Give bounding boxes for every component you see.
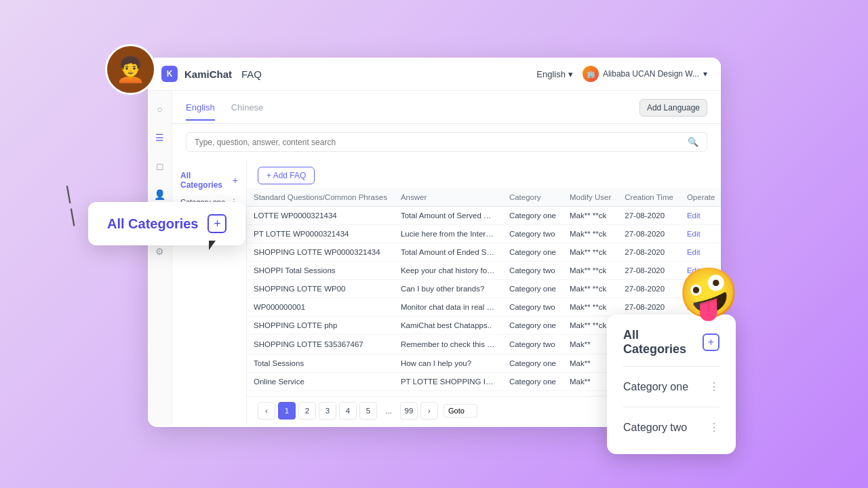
- cell-user-3: Mak** **ck: [563, 262, 618, 280]
- page-4-button[interactable]: 4: [339, 402, 357, 420]
- header-right: English ▾ 🏢 Alibaba UCAN Design W... ▾: [536, 66, 707, 82]
- popup-right-cat2-dots[interactable]: ⋮: [709, 421, 719, 434]
- page-2-button[interactable]: 2: [298, 402, 316, 420]
- table-row: WP000000001 Monitor chat data in real ti…: [247, 298, 721, 317]
- cell-op-1[interactable]: Edit: [680, 225, 721, 243]
- popup-left-plus-button[interactable]: +: [208, 214, 226, 233]
- popup-right-divider2: [623, 407, 719, 407]
- cursor: [209, 241, 225, 257]
- cell-date-0: 27-08-2020: [618, 207, 680, 225]
- cell-category-7: Category two: [502, 335, 563, 354]
- cell-answer-4: Can I buy other brands?: [394, 280, 502, 298]
- col-user: Modify User: [563, 188, 618, 207]
- table-row: PT LOTTE WP0000321434 Lucie here from th…: [247, 225, 721, 243]
- popup-right-cat1-label: Category one: [623, 381, 688, 393]
- sidebar-icon-users[interactable]: 👤: [153, 187, 167, 202]
- cell-user-5: Mak** **ck: [563, 298, 618, 317]
- sidebar: ○ ☰ ◻ 👤 📊 ⚙: [148, 91, 172, 425]
- cell-answer-6: KamiChat best Chatapps..: [394, 317, 502, 335]
- table-row: LOTTE WP0000321434 Total Amount of Serve…: [247, 207, 721, 225]
- emoji-face-decoration: 🤪: [678, 264, 739, 322]
- cell-answer-0: Total Amount of Served Customers: [394, 207, 502, 225]
- col-op: Operate: [680, 188, 721, 207]
- user-name: Alibaba UCAN Design W...: [603, 69, 699, 79]
- cell-question-8: Total Sessions: [247, 354, 394, 373]
- page-5-button[interactable]: 5: [359, 402, 377, 420]
- cat-plus-button[interactable]: +: [233, 175, 238, 186]
- table-row: SHOPPING LOTTE WP00 Can I buy other bran…: [247, 280, 721, 298]
- cell-op-2[interactable]: Edit: [680, 243, 721, 262]
- category-sidebar: All Categories + Category one ⋮ Category…: [172, 160, 247, 425]
- cell-user-1: Mak** **ck: [563, 225, 618, 243]
- language-selector[interactable]: English ▾: [536, 69, 573, 79]
- search-input[interactable]: [195, 138, 682, 147]
- col-date: Creation Time: [618, 188, 680, 207]
- cell-answer-2: Total Amount of Ended Sessions: [394, 243, 502, 262]
- page-99-button[interactable]: 99: [400, 402, 418, 420]
- col-category: Category: [502, 188, 563, 207]
- cell-answer-5: Monitor chat data in real time: [394, 298, 502, 317]
- add-faq-button[interactable]: + Add FAQ: [258, 167, 315, 184]
- tabs-bar: English Chinese Add Language: [172, 91, 721, 124]
- cell-category-5: Category two: [502, 298, 563, 317]
- cell-op-0[interactable]: Edit: [680, 207, 721, 225]
- sidebar-icon-settings[interactable]: ⚙: [153, 244, 167, 259]
- search-icon: 🔍: [688, 137, 698, 147]
- popup-right-cat2-label: Category two: [623, 422, 687, 434]
- search-bar: 🔍: [186, 132, 707, 152]
- cell-date-3: 27-08-2020: [618, 262, 680, 280]
- page-prev-button[interactable]: ‹: [258, 402, 275, 420]
- cell-user-2: Mak** **ck: [563, 243, 618, 262]
- cell-question-2: SHOPPING LOTTE WP0000321434: [247, 243, 394, 262]
- cat-header: All Categories +: [172, 167, 246, 194]
- user-badge[interactable]: 🏢 Alibaba UCAN Design W... ▾: [583, 66, 707, 82]
- cell-question-1: PT LOTTE WP0000321434: [247, 225, 394, 243]
- cell-question-3: SHOPPI Total Sessions: [247, 262, 394, 280]
- cell-category-4: Category one: [502, 280, 563, 298]
- logo-icon: K: [161, 66, 178, 82]
- cell-question-9: Online Service: [247, 373, 394, 391]
- header-left: K KamiChat FAQ: [161, 66, 262, 82]
- cell-question-5: WP000000001: [247, 298, 394, 317]
- popup-right-cat1-item[interactable]: Category one ⋮: [623, 373, 719, 400]
- cell-category-1: Category two: [502, 225, 563, 243]
- cat-header-text: All Categories: [180, 171, 233, 190]
- language-label: English: [536, 69, 566, 79]
- page-next-button[interactable]: ›: [420, 402, 438, 420]
- popup-right-cat1-dots[interactable]: ⋮: [709, 380, 719, 393]
- goto-input[interactable]: [443, 404, 477, 418]
- table-row: SHOPPING LOTTE WP0000321434 Total Amount…: [247, 243, 721, 262]
- sidebar-icon-home[interactable]: ○: [153, 102, 167, 117]
- cell-question-7: SHOPPING LOTTE 535367467: [247, 335, 394, 354]
- cell-category-9: Category one: [502, 373, 563, 391]
- cell-answer-8: How can I help you?: [394, 354, 502, 373]
- popup-right-plus-button[interactable]: +: [703, 333, 719, 351]
- sidebar-icon-list[interactable]: ☰: [153, 130, 167, 145]
- cell-answer-7: Remember to check this picture~😜: [394, 335, 502, 354]
- logo-text: KamiChat: [184, 68, 232, 80]
- page-3-button[interactable]: 3: [319, 402, 336, 420]
- add-language-button[interactable]: Add Language: [639, 99, 707, 117]
- cell-user-0: Mak** **ck: [563, 207, 618, 225]
- page-title: FAQ: [241, 68, 262, 80]
- user-avatar: 🏢: [583, 66, 599, 82]
- popup-right-cat2-item[interactable]: Category two ⋮: [623, 414, 719, 441]
- popup-left-title: All Categories: [107, 216, 198, 232]
- cell-date-1: 27-08-2020: [618, 225, 680, 243]
- avatar-topleft: 🧑‍🦱: [105, 44, 156, 95]
- popup-categories-right: All Categories + Category one ⋮ Category…: [607, 314, 736, 454]
- tab-chinese[interactable]: Chinese: [231, 102, 264, 121]
- cell-category-2: Category one: [502, 243, 563, 262]
- cell-date-5: 27-08-2020: [618, 298, 680, 317]
- cell-answer-3: Keep your chat history for a long: [394, 262, 502, 280]
- tab-english[interactable]: English: [186, 102, 215, 121]
- cell-category-6: Category one: [502, 317, 563, 335]
- cell-date-4: 27-08-2020: [618, 280, 680, 298]
- cell-question-6: SHOPPING LOTTE php: [247, 317, 394, 335]
- page-1-button[interactable]: 1: [278, 402, 296, 420]
- user-chevron-icon: ▾: [703, 69, 707, 79]
- table-row: SHOPPI Total Sessions Keep your chat his…: [247, 262, 721, 280]
- cell-question-4: SHOPPING LOTTE WP00: [247, 280, 394, 298]
- sidebar-icon-grid[interactable]: ◻: [153, 159, 167, 174]
- cell-category-8: Category one: [502, 354, 563, 373]
